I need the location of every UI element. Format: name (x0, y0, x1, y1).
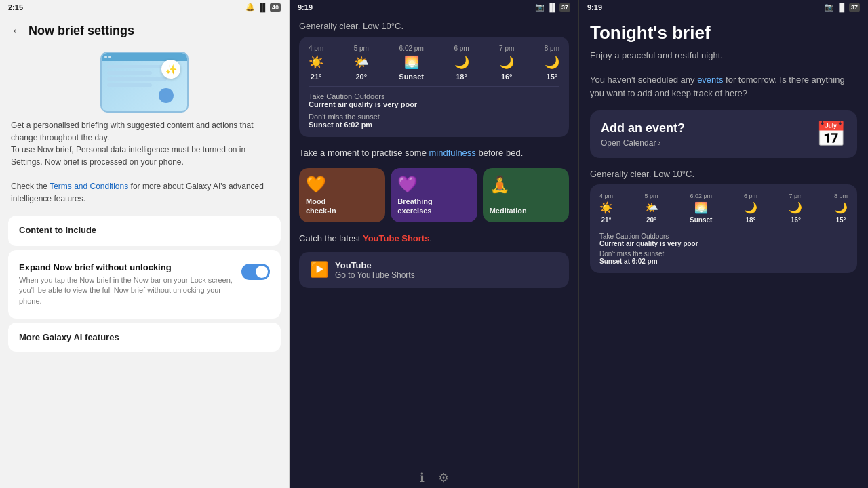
preview-circle (159, 88, 174, 103)
weather-summary: Generally clear. Low 10°C. (299, 21, 569, 31)
preview-container: ✨ (0, 45, 289, 117)
mood-label: Moodcheck-in (306, 197, 378, 216)
mindfulness-prompt: Take a moment to practise some mindfulne… (299, 146, 569, 160)
weather-3-hour-3: 6:02 pm 🌅 Sunset (690, 192, 712, 224)
weather-hour-4: 6 pm 🌙 18° (454, 45, 469, 81)
back-button[interactable]: ← (11, 24, 23, 38)
weather-hour-2: 5 pm 🌤️ 20° (354, 45, 369, 81)
expand-section: Expand Now brief without unlocking When … (8, 250, 281, 319)
status-icons-3: 📷 ▐▌ 37 (825, 3, 860, 12)
mood-checkin-card[interactable]: 🧡 Moodcheck-in (299, 168, 385, 223)
ai-badge: ✨ (161, 60, 180, 79)
chevron-right-icon: › (658, 138, 660, 148)
galaxy-features-title: More Galaxy AI features (19, 332, 270, 342)
youtube-info: YouTube Go to YouTube Shorts (335, 260, 415, 280)
breathing-emoji: 💜 (397, 175, 470, 194)
weather-hour-5: 7 pm 🌙 16° (499, 45, 514, 81)
sunset-3: Don't miss the sunset Sunset at 6:02 pm (599, 250, 848, 265)
preview-dot-2 (108, 56, 111, 58)
weather-3-hour-6: 8 pm 🌙 15° (834, 192, 848, 224)
toggle-knob (256, 266, 268, 278)
signal-icon-2: ▐▌ (547, 3, 557, 12)
weather-3-hour-4: 6 pm 🌙 18° (744, 192, 757, 224)
battery-2: 37 (559, 3, 570, 12)
youtube-card[interactable]: ▶️ YouTube Go to YouTube Shorts (299, 252, 569, 288)
sunset-value: Sunset at 6:02 pm (309, 121, 559, 129)
signal-icon: ▐▌ (257, 3, 268, 12)
now-brief-panel: 9:19 📷 ▐▌ 37 Generally clear. Low 10°C. … (290, 0, 579, 488)
meditation-emoji: 🧘 (490, 175, 562, 194)
page-title: Now brief settings (28, 24, 134, 38)
air-quality-alert: Take Caution Outdoors Current air qualit… (309, 92, 559, 108)
battery-3: 37 (849, 3, 860, 12)
youtube-logo-icon: ▶️ (310, 261, 328, 279)
weather-hour-6: 8 pm 🌙 15° (545, 45, 559, 81)
meditation-label: Meditation (490, 206, 562, 216)
breathing-exercises-card[interactable]: 💜 Breathingexercises (391, 168, 477, 223)
notification-icon-3: 📷 (825, 3, 834, 12)
mood-emoji: 🧡 (306, 175, 378, 194)
status-time-1: 2:15 (8, 3, 23, 12)
events-link[interactable]: events (697, 75, 723, 85)
status-bar-3: 9:19 📷 ▐▌ 37 (579, 0, 868, 14)
info-icon[interactable]: ℹ (420, 470, 425, 485)
notification-icon-2: 📷 (535, 3, 545, 12)
settings-icon[interactable]: ⚙ (438, 470, 449, 485)
expand-toggle[interactable] (241, 264, 270, 280)
activity-cards: 🧡 Moodcheck-in 💜 Breathingexercises 🧘 Me… (299, 168, 569, 223)
weather-card: 4 pm ☀️ 21° 5 pm 🌤️ 20° 6:02 pm 🌅 Sunset… (299, 37, 569, 137)
youtube-link[interactable]: YouTube Shorts (363, 233, 429, 243)
status-bar-2: 9:19 📷 ▐▌ 37 (290, 0, 578, 14)
air-quality-value: Current air quality is very poor (309, 100, 559, 108)
galaxy-features-section[interactable]: More Galaxy AI features (8, 323, 281, 352)
status-icons-2: 📷 ▐▌ 37 (535, 3, 570, 12)
weather-card-3: 4 pm ☀️ 21° 5 pm 🌤️ 20° 6:02 pm 🌅 Sunset… (590, 184, 857, 273)
tonights-content: Tonight's brief Enjoy a peaceful and res… (579, 14, 868, 488)
status-time-3: 9:19 (587, 3, 602, 12)
terms-link[interactable]: Terms and Conditions (50, 182, 128, 191)
preview-line-4 (107, 83, 152, 87)
weather-3-hour-5: 7 pm 🌙 16° (789, 192, 802, 224)
meditation-card[interactable]: 🧘 Meditation (483, 168, 569, 223)
expand-toggle-row: Expand Now brief without unlocking When … (19, 260, 270, 309)
content-section: Content to include (8, 216, 281, 246)
weather-hours-3: 4 pm ☀️ 21° 5 pm 🌤️ 20° 6:02 pm 🌅 Sunset… (599, 192, 848, 224)
calendar-title: Add an event? (601, 121, 685, 136)
calendar-emoji: 📅 (816, 120, 846, 148)
breathing-label: Breathingexercises (397, 197, 470, 216)
mindfulness-link[interactable]: mindfulness (429, 148, 475, 158)
battery-1: 40 (270, 3, 281, 12)
preview-line-3 (107, 77, 167, 81)
air-quality-3: Take Caution Outdoors Current air qualit… (599, 232, 848, 247)
sunset-value-3: Sunset at 6:02 pm (599, 258, 848, 265)
expand-desc: When you tap the Now brief in the Now ba… (19, 275, 236, 306)
phone-preview: ✨ (100, 52, 189, 113)
back-header: ← Now brief settings (0, 14, 289, 45)
weather-3-hour-2: 5 pm 🌤️ 20° (645, 192, 658, 224)
content-section-title: Content to include (19, 225, 270, 235)
youtube-cta: Go to YouTube Shorts (335, 270, 415, 280)
status-icons-1: 🔔 ▐▌ 40 (245, 3, 281, 12)
settings-panel: 2:15 🔔 ▐▌ 40 ← Now brief settings (0, 0, 290, 488)
weather-3-hour-1: 4 pm ☀️ 21° (599, 192, 613, 224)
sunset-info: Don't miss the sunset Sunset at 6:02 pm (309, 113, 559, 129)
signal-icon-3: ▐▌ (836, 3, 847, 12)
preview-line-1 (107, 65, 167, 68)
open-calendar-link[interactable]: Open Calendar › (601, 138, 685, 148)
tonights-brief-subtitle: Enjoy a peaceful and restful night. (590, 49, 857, 62)
panel-footer: ℹ ⚙ (290, 465, 578, 488)
weather-hour-3: 6:02 pm 🌅 Sunset (399, 45, 424, 81)
brief-content: Generally clear. Low 10°C. 4 pm ☀️ 21° 5… (290, 14, 578, 465)
status-bar-1: 2:15 🔔 ▐▌ 40 (0, 0, 289, 14)
weather-divider (309, 86, 559, 87)
youtube-brand: YouTube (335, 260, 415, 270)
brief-desc: You haven't scheduled any events for tom… (590, 73, 857, 102)
calendar-info: Add an event? Open Calendar › (601, 121, 685, 148)
notification-icon: 🔔 (245, 3, 255, 12)
description: Get a personalised briefing with suggest… (0, 117, 289, 211)
preview-dot-1 (104, 56, 107, 58)
weather-hours: 4 pm ☀️ 21° 5 pm 🌤️ 20° 6:02 pm 🌅 Sunset… (309, 45, 559, 81)
calendar-card[interactable]: Add an event? Open Calendar › 📅 (590, 110, 857, 158)
status-time-2: 9:19 (298, 3, 313, 12)
expand-label: Expand Now brief without unlocking (19, 262, 236, 274)
